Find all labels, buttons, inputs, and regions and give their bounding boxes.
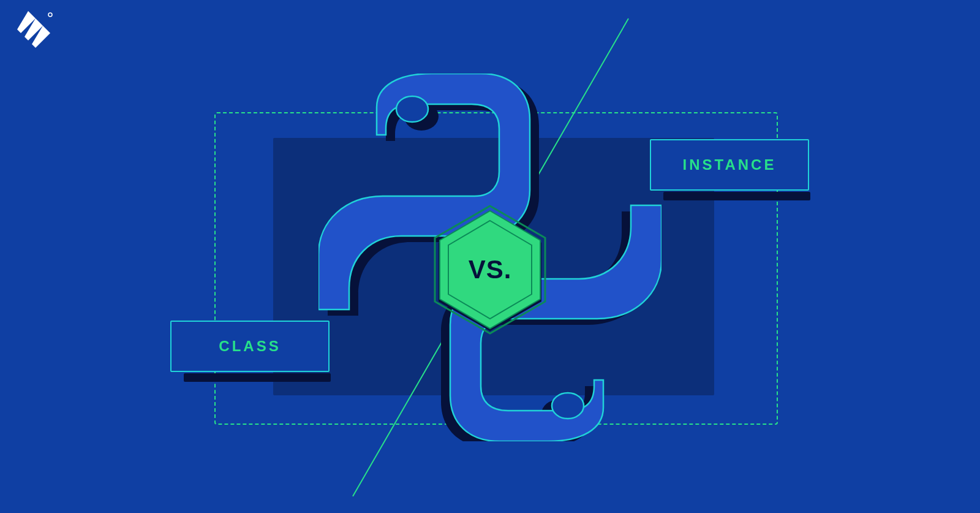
toptal-logo <box>17 11 54 48</box>
instance-label: INSTANCE <box>650 139 809 191</box>
class-label-text: CLASS <box>219 338 281 355</box>
vs-text: VS. <box>469 255 512 284</box>
vs-hexagon-badge: VS. <box>429 202 551 337</box>
svg-point-3 <box>48 13 52 17</box>
instance-label-text: INSTANCE <box>683 156 777 173</box>
class-label: CLASS <box>170 321 330 372</box>
instance-label-shadow <box>663 192 810 200</box>
svg-point-7 <box>552 393 584 419</box>
class-label-shadow <box>184 373 331 382</box>
